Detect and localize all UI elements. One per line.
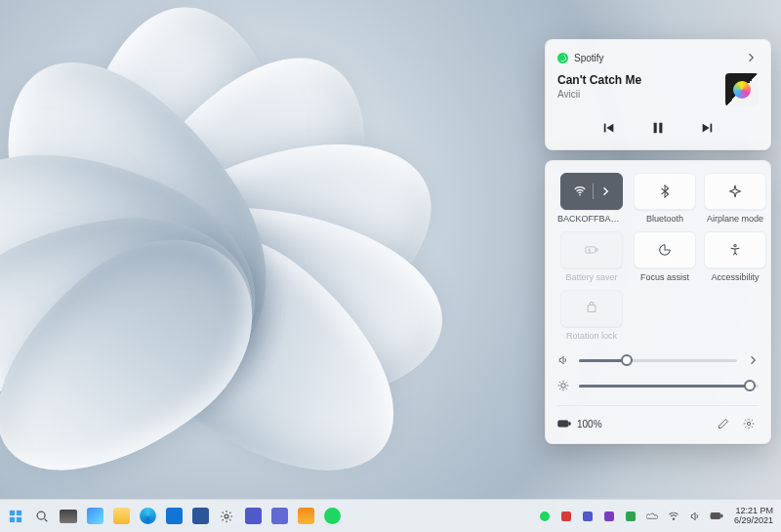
svg-point-11	[561, 384, 566, 389]
battery-text: 100%	[577, 419, 602, 430]
focus-assist-icon	[658, 243, 672, 257]
edit-quick-settings-button[interactable]	[714, 414, 733, 433]
svg-point-9	[734, 244, 736, 246]
volume-icon	[557, 354, 569, 366]
svg-rect-0	[604, 124, 606, 133]
svg-rect-3	[659, 123, 662, 134]
svg-marker-4	[703, 124, 710, 133]
taskbar: 12:21 PM 6/29/2021	[0, 499, 781, 532]
svg-marker-1	[606, 124, 613, 133]
tray-teams-icon[interactable]	[580, 505, 596, 528]
wifi-label: BACKOFFBACCHU	[557, 215, 626, 224]
media-panel: Spotify Can't Catch Me Avicii	[545, 39, 771, 150]
svg-point-14	[747, 422, 750, 425]
svg-rect-8	[596, 248, 598, 251]
mail-button[interactable]	[162, 505, 185, 528]
svg-rect-15	[10, 510, 15, 514]
rotation-lock-icon	[585, 302, 598, 315]
svg-rect-12	[558, 421, 568, 427]
taskbar-clock[interactable]: 12:21 PM 6/29/2021	[730, 507, 777, 526]
media-app-name: Spotify	[574, 53, 737, 63]
settings-app-button[interactable]	[215, 505, 238, 528]
brightness-row	[557, 380, 759, 391]
volume-expand-button[interactable]	[747, 354, 759, 366]
tray-battery-icon[interactable]	[709, 505, 724, 528]
album-art	[725, 73, 759, 106]
task-view-button[interactable]	[57, 505, 80, 528]
svg-rect-2	[654, 123, 657, 134]
track-title: Can't Catch Me	[557, 73, 716, 87]
media-header: Spotify	[557, 50, 759, 65]
taskbar-date: 6/29/2021	[734, 516, 773, 526]
bluetooth-tile[interactable]	[634, 173, 696, 210]
svg-point-6	[579, 194, 581, 196]
svg-point-19	[37, 512, 45, 519]
tray-onedrive-icon[interactable]	[644, 505, 660, 528]
tray-security-icon[interactable]	[623, 505, 638, 528]
edge-button[interactable]	[136, 505, 159, 528]
battery-icon	[557, 419, 571, 429]
bluetooth-icon	[658, 184, 672, 198]
battery-saver-label: Battery saver	[565, 273, 617, 282]
expand-media-button[interactable]	[743, 50, 759, 65]
start-button[interactable]	[4, 505, 27, 528]
rotation-lock-tile	[560, 290, 623, 327]
teams-button[interactable]	[241, 505, 265, 528]
wallpaper-bloom	[0, 0, 488, 469]
svg-rect-13	[569, 422, 571, 425]
accessibility-tile[interactable]	[704, 231, 766, 268]
tray-spotify-icon[interactable]	[537, 505, 553, 528]
brightness-slider[interactable]	[579, 385, 759, 388]
widgets-button[interactable]	[83, 505, 106, 528]
svg-rect-5	[711, 124, 713, 133]
search-button[interactable]	[30, 505, 54, 528]
focus-assist-tile[interactable]	[634, 231, 696, 268]
quick-settings-panel: BACKOFFBACCHU Bluetooth Airplane m	[545, 160, 771, 444]
svg-rect-22	[711, 513, 720, 519]
volume-row	[557, 354, 759, 366]
wifi-icon	[573, 184, 587, 198]
media-controls	[557, 118, 759, 138]
airplane-icon	[728, 184, 742, 198]
svg-rect-17	[10, 516, 15, 521]
settings-button[interactable]	[739, 414, 759, 433]
tray-volume-icon[interactable]	[687, 505, 703, 528]
wifi-tile[interactable]	[560, 173, 623, 210]
tray-antivirus-icon[interactable]	[558, 505, 574, 528]
airplane-label: Airplane mode	[707, 215, 763, 224]
teams-work-button[interactable]	[267, 505, 291, 528]
svg-rect-23	[720, 514, 722, 517]
battery-saver-tile	[560, 231, 623, 268]
airplane-tile[interactable]	[704, 173, 766, 210]
quick-settings-tiles: BACKOFFBACCHU Bluetooth Airplane m	[557, 173, 759, 341]
brightness-icon	[557, 380, 569, 391]
tray-onenote-icon[interactable]	[601, 505, 617, 528]
word-button[interactable]	[188, 505, 212, 528]
svg-rect-16	[17, 510, 21, 514]
feedback-hub-button[interactable]	[294, 505, 317, 528]
focus-assist-label: Focus assist	[640, 273, 689, 282]
svg-rect-10	[588, 306, 596, 312]
track-artist: Avicii	[557, 89, 716, 100]
spotify-icon	[557, 53, 568, 63]
spotify-app-button[interactable]	[320, 505, 344, 528]
pause-button[interactable]	[648, 118, 668, 138]
accessibility-label: Accessibility	[711, 273, 759, 282]
svg-rect-18	[17, 516, 21, 521]
tray-wifi-icon[interactable]	[666, 505, 681, 528]
bluetooth-label: Bluetooth	[646, 215, 683, 224]
accessibility-icon	[728, 243, 742, 257]
svg-point-20	[225, 514, 228, 518]
explorer-button[interactable]	[109, 505, 133, 528]
chevron-right-icon	[599, 185, 611, 197]
svg-rect-7	[586, 247, 596, 253]
volume-slider[interactable]	[579, 359, 737, 362]
svg-point-21	[673, 517, 674, 518]
quick-settings-footer: 100%	[557, 405, 759, 433]
next-track-button[interactable]	[697, 118, 717, 138]
previous-track-button[interactable]	[599, 118, 619, 138]
battery-saver-icon	[585, 243, 598, 257]
rotation-lock-label: Rotation lock	[566, 332, 617, 341]
